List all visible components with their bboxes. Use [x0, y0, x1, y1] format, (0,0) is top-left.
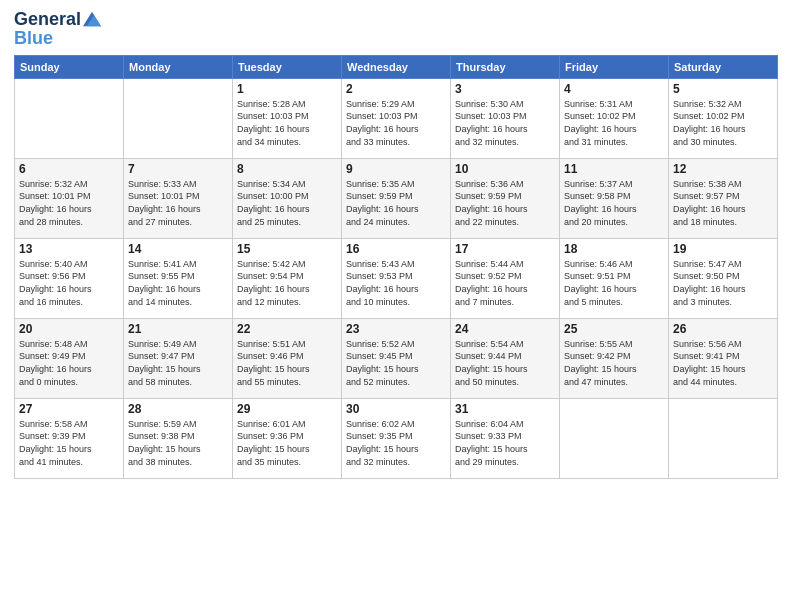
day-number: 12 [673, 162, 773, 176]
logo-text-general: General [14, 10, 81, 30]
day-info: Sunrise: 5:30 AM Sunset: 10:03 PM Daylig… [455, 98, 555, 148]
calendar-cell: 6Sunrise: 5:32 AM Sunset: 10:01 PM Dayli… [15, 158, 124, 238]
calendar-cell: 13Sunrise: 5:40 AM Sunset: 9:56 PM Dayli… [15, 238, 124, 318]
day-number: 1 [237, 82, 337, 96]
week-row-2: 6Sunrise: 5:32 AM Sunset: 10:01 PM Dayli… [15, 158, 778, 238]
calendar-cell: 15Sunrise: 5:42 AM Sunset: 9:54 PM Dayli… [233, 238, 342, 318]
day-info: Sunrise: 5:42 AM Sunset: 9:54 PM Dayligh… [237, 258, 337, 308]
day-info: Sunrise: 5:54 AM Sunset: 9:44 PM Dayligh… [455, 338, 555, 388]
logo-text-blue: Blue [14, 28, 101, 49]
page: General Blue SundayMondayTuesdayWednesda… [0, 0, 792, 612]
calendar-cell: 18Sunrise: 5:46 AM Sunset: 9:51 PM Dayli… [560, 238, 669, 318]
calendar-cell [124, 78, 233, 158]
calendar-cell: 12Sunrise: 5:38 AM Sunset: 9:57 PM Dayli… [669, 158, 778, 238]
day-info: Sunrise: 5:48 AM Sunset: 9:49 PM Dayligh… [19, 338, 119, 388]
day-number: 21 [128, 322, 228, 336]
day-header-tuesday: Tuesday [233, 55, 342, 78]
calendar-cell: 22Sunrise: 5:51 AM Sunset: 9:46 PM Dayli… [233, 318, 342, 398]
day-header-friday: Friday [560, 55, 669, 78]
calendar-cell: 30Sunrise: 6:02 AM Sunset: 9:35 PM Dayli… [342, 398, 451, 478]
header: General Blue [14, 10, 778, 49]
day-number: 22 [237, 322, 337, 336]
calendar-cell: 5Sunrise: 5:32 AM Sunset: 10:02 PM Dayli… [669, 78, 778, 158]
day-info: Sunrise: 5:28 AM Sunset: 10:03 PM Daylig… [237, 98, 337, 148]
day-number: 3 [455, 82, 555, 96]
day-info: Sunrise: 5:32 AM Sunset: 10:02 PM Daylig… [673, 98, 773, 148]
day-number: 15 [237, 242, 337, 256]
day-info: Sunrise: 5:29 AM Sunset: 10:03 PM Daylig… [346, 98, 446, 148]
calendar-cell: 20Sunrise: 5:48 AM Sunset: 9:49 PM Dayli… [15, 318, 124, 398]
week-row-5: 27Sunrise: 5:58 AM Sunset: 9:39 PM Dayli… [15, 398, 778, 478]
calendar-cell: 8Sunrise: 5:34 AM Sunset: 10:00 PM Dayli… [233, 158, 342, 238]
day-number: 25 [564, 322, 664, 336]
day-number: 31 [455, 402, 555, 416]
calendar-cell: 9Sunrise: 5:35 AM Sunset: 9:59 PM Daylig… [342, 158, 451, 238]
day-info: Sunrise: 5:56 AM Sunset: 9:41 PM Dayligh… [673, 338, 773, 388]
logo: General Blue [14, 10, 101, 49]
day-info: Sunrise: 5:51 AM Sunset: 9:46 PM Dayligh… [237, 338, 337, 388]
day-number: 5 [673, 82, 773, 96]
day-number: 4 [564, 82, 664, 96]
day-number: 19 [673, 242, 773, 256]
day-header-thursday: Thursday [451, 55, 560, 78]
day-number: 20 [19, 322, 119, 336]
calendar-cell: 10Sunrise: 5:36 AM Sunset: 9:59 PM Dayli… [451, 158, 560, 238]
day-number: 24 [455, 322, 555, 336]
calendar-cell [669, 398, 778, 478]
day-info: Sunrise: 5:43 AM Sunset: 9:53 PM Dayligh… [346, 258, 446, 308]
day-header-wednesday: Wednesday [342, 55, 451, 78]
day-number: 23 [346, 322, 446, 336]
calendar-cell: 17Sunrise: 5:44 AM Sunset: 9:52 PM Dayli… [451, 238, 560, 318]
day-number: 28 [128, 402, 228, 416]
calendar-cell: 23Sunrise: 5:52 AM Sunset: 9:45 PM Dayli… [342, 318, 451, 398]
day-number: 18 [564, 242, 664, 256]
day-info: Sunrise: 5:38 AM Sunset: 9:57 PM Dayligh… [673, 178, 773, 228]
week-row-4: 20Sunrise: 5:48 AM Sunset: 9:49 PM Dayli… [15, 318, 778, 398]
day-info: Sunrise: 5:44 AM Sunset: 9:52 PM Dayligh… [455, 258, 555, 308]
calendar-cell: 11Sunrise: 5:37 AM Sunset: 9:58 PM Dayli… [560, 158, 669, 238]
day-info: Sunrise: 6:01 AM Sunset: 9:36 PM Dayligh… [237, 418, 337, 468]
day-info: Sunrise: 6:02 AM Sunset: 9:35 PM Dayligh… [346, 418, 446, 468]
day-info: Sunrise: 5:59 AM Sunset: 9:38 PM Dayligh… [128, 418, 228, 468]
day-number: 30 [346, 402, 446, 416]
day-number: 2 [346, 82, 446, 96]
calendar-cell: 1Sunrise: 5:28 AM Sunset: 10:03 PM Dayli… [233, 78, 342, 158]
day-info: Sunrise: 5:55 AM Sunset: 9:42 PM Dayligh… [564, 338, 664, 388]
calendar-cell [560, 398, 669, 478]
calendar-cell: 2Sunrise: 5:29 AM Sunset: 10:03 PM Dayli… [342, 78, 451, 158]
day-info: Sunrise: 5:31 AM Sunset: 10:02 PM Daylig… [564, 98, 664, 148]
day-info: Sunrise: 5:40 AM Sunset: 9:56 PM Dayligh… [19, 258, 119, 308]
calendar-cell: 4Sunrise: 5:31 AM Sunset: 10:02 PM Dayli… [560, 78, 669, 158]
day-info: Sunrise: 5:47 AM Sunset: 9:50 PM Dayligh… [673, 258, 773, 308]
day-number: 7 [128, 162, 228, 176]
logo-icon [83, 10, 101, 28]
day-number: 27 [19, 402, 119, 416]
calendar-cell [15, 78, 124, 158]
week-row-1: 1Sunrise: 5:28 AM Sunset: 10:03 PM Dayli… [15, 78, 778, 158]
day-number: 29 [237, 402, 337, 416]
calendar-cell: 26Sunrise: 5:56 AM Sunset: 9:41 PM Dayli… [669, 318, 778, 398]
calendar-cell: 14Sunrise: 5:41 AM Sunset: 9:55 PM Dayli… [124, 238, 233, 318]
day-info: Sunrise: 5:32 AM Sunset: 10:01 PM Daylig… [19, 178, 119, 228]
week-row-3: 13Sunrise: 5:40 AM Sunset: 9:56 PM Dayli… [15, 238, 778, 318]
calendar-cell: 27Sunrise: 5:58 AM Sunset: 9:39 PM Dayli… [15, 398, 124, 478]
day-info: Sunrise: 5:36 AM Sunset: 9:59 PM Dayligh… [455, 178, 555, 228]
calendar-cell: 28Sunrise: 5:59 AM Sunset: 9:38 PM Dayli… [124, 398, 233, 478]
day-info: Sunrise: 5:41 AM Sunset: 9:55 PM Dayligh… [128, 258, 228, 308]
day-info: Sunrise: 5:49 AM Sunset: 9:47 PM Dayligh… [128, 338, 228, 388]
day-number: 17 [455, 242, 555, 256]
day-header-sunday: Sunday [15, 55, 124, 78]
calendar-cell: 24Sunrise: 5:54 AM Sunset: 9:44 PM Dayli… [451, 318, 560, 398]
day-number: 11 [564, 162, 664, 176]
day-info: Sunrise: 6:04 AM Sunset: 9:33 PM Dayligh… [455, 418, 555, 468]
day-info: Sunrise: 5:34 AM Sunset: 10:00 PM Daylig… [237, 178, 337, 228]
day-info: Sunrise: 5:58 AM Sunset: 9:39 PM Dayligh… [19, 418, 119, 468]
calendar-cell: 29Sunrise: 6:01 AM Sunset: 9:36 PM Dayli… [233, 398, 342, 478]
day-number: 10 [455, 162, 555, 176]
day-info: Sunrise: 5:37 AM Sunset: 9:58 PM Dayligh… [564, 178, 664, 228]
day-number: 6 [19, 162, 119, 176]
day-number: 26 [673, 322, 773, 336]
day-info: Sunrise: 5:46 AM Sunset: 9:51 PM Dayligh… [564, 258, 664, 308]
calendar-cell: 25Sunrise: 5:55 AM Sunset: 9:42 PM Dayli… [560, 318, 669, 398]
calendar-table: SundayMondayTuesdayWednesdayThursdayFrid… [14, 55, 778, 479]
